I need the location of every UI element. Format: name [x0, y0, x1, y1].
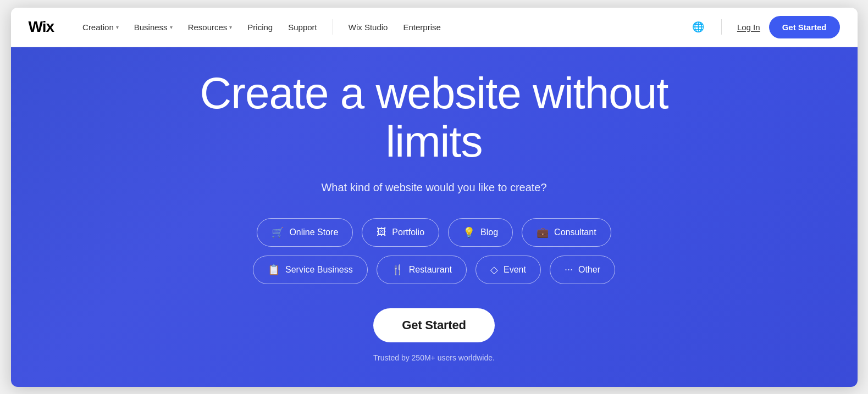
website-types-row-2: 📋 Service Business 🍴 Restaurant ◇ Event …	[253, 256, 615, 284]
nav-get-started-button[interactable]: Get Started	[769, 16, 840, 38]
nav-creation[interactable]: Creation ▾	[76, 18, 125, 36]
hero-title: Create a website without limits	[187, 69, 682, 166]
type-other[interactable]: ··· Other	[550, 256, 615, 284]
event-icon: ◇	[490, 264, 498, 276]
browser-frame: Wix Creation ▾ Business ▾ Resources ▾ Pr…	[11, 8, 858, 387]
nav-business[interactable]: Business ▾	[128, 18, 179, 36]
consultant-icon: 💼	[537, 226, 549, 238]
type-consultant[interactable]: 💼 Consultant	[522, 218, 611, 247]
blog-icon: 💡	[463, 226, 475, 238]
website-type-selector: 🛒 Online Store 🖼 Portfolio 💡 Blog 💼 Cons…	[253, 218, 615, 284]
type-blog[interactable]: 💡 Blog	[448, 218, 513, 247]
nav-resources[interactable]: Resources ▾	[181, 18, 239, 36]
service-icon: 📋	[268, 264, 280, 276]
chevron-down-icon: ▾	[170, 24, 173, 30]
type-service-business[interactable]: 📋 Service Business	[253, 256, 368, 284]
type-event[interactable]: ◇ Event	[476, 256, 541, 284]
wix-logo[interactable]: Wix	[29, 18, 54, 36]
hero-subtitle: What kind of website would you like to c…	[321, 181, 546, 194]
nav-enterprise[interactable]: Enterprise	[396, 18, 447, 36]
type-portfolio[interactable]: 🖼 Portfolio	[362, 218, 439, 247]
type-online-store[interactable]: 🛒 Online Store	[257, 218, 353, 247]
hero-section: Created with Wix Create a website withou…	[11, 47, 858, 387]
trust-text: Trusted by 250M+ users worldwide.	[373, 353, 495, 362]
nav-right-divider	[721, 19, 722, 35]
nav-right: 🌐 Log In Get Started	[690, 16, 840, 38]
nav-links: Creation ▾ Business ▾ Resources ▾ Pricin…	[76, 18, 690, 36]
nav-wix-studio[interactable]: Wix Studio	[342, 18, 395, 36]
nav-pricing[interactable]: Pricing	[241, 18, 279, 36]
hero-get-started-button[interactable]: Get Started	[373, 308, 494, 342]
other-icon: ···	[565, 264, 573, 275]
website-types-row-1: 🛒 Online Store 🖼 Portfolio 💡 Blog 💼 Cons…	[257, 218, 611, 247]
store-icon: 🛒	[272, 226, 284, 238]
chevron-down-icon: ▾	[229, 24, 232, 30]
globe-icon[interactable]: 🌐	[690, 19, 706, 35]
nav-divider	[333, 19, 333, 35]
restaurant-icon: 🍴	[391, 264, 403, 276]
chevron-down-icon: ▾	[116, 24, 119, 30]
portfolio-icon: 🖼	[377, 226, 386, 238]
nav-support[interactable]: Support	[281, 18, 324, 36]
navbar: Wix Creation ▾ Business ▾ Resources ▾ Pr…	[11, 8, 858, 47]
login-link[interactable]: Log In	[737, 23, 760, 32]
type-restaurant[interactable]: 🍴 Restaurant	[377, 256, 467, 284]
